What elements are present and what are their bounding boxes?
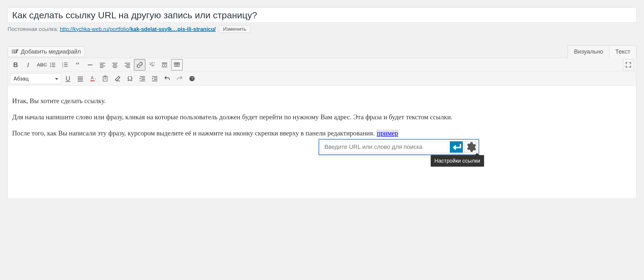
paste-text-button[interactable]: T [100, 73, 111, 84]
svg-rect-23 [113, 67, 117, 68]
editor-content[interactable]: Итак, Вы хотите сделать ссылку. Для нача… [8, 86, 636, 198]
align-right-button[interactable] [122, 59, 133, 71]
unlink-icon [149, 61, 156, 68]
svg-text:T: T [104, 77, 106, 80]
svg-rect-48 [90, 80, 94, 81]
help-button[interactable]: ? [186, 73, 198, 84]
italic-button[interactable]: I [22, 59, 34, 71]
fullscreen-icon [625, 61, 632, 68]
special-character-button[interactable]: Ω [124, 73, 136, 84]
permalink-url[interactable]: http://kychka-web.ru/portfolio/kak-sdela… [60, 26, 216, 32]
svg-rect-21 [113, 64, 117, 65]
svg-rect-46 [78, 81, 83, 82]
align-left-icon [99, 61, 106, 68]
editor-toolbar: B I ABC 123 “ [8, 58, 636, 86]
svg-rect-12 [64, 64, 68, 65]
svg-rect-30 [162, 65, 163, 66]
indent-icon [151, 75, 158, 82]
toolbar-toggle-button[interactable] [171, 59, 183, 71]
content-paragraph: После того, как Вы написали эту фразу, к… [12, 129, 632, 138]
example-link[interactable]: пример [376, 130, 399, 137]
svg-rect-14 [64, 66, 68, 66]
insert-link-button[interactable] [134, 59, 145, 71]
remove-link-button[interactable] [146, 59, 158, 71]
svg-rect-55 [140, 81, 145, 81]
gear-icon [465, 141, 477, 153]
link-icon [136, 61, 143, 68]
undo-button[interactable] [162, 73, 173, 84]
strikethrough-button[interactable]: ABC [35, 59, 46, 71]
redo-icon [176, 75, 183, 82]
apply-link-button[interactable] [450, 141, 463, 153]
help-icon: ? [189, 75, 196, 82]
eraser-icon [114, 75, 121, 82]
add-media-button[interactable]: Добавить медиафайл [8, 46, 85, 57]
svg-rect-43 [78, 76, 83, 77]
numbered-list-button[interactable]: 123 [60, 59, 71, 71]
svg-rect-37 [177, 63, 178, 64]
content-paragraph: Для начала напишите слово или фразу, кли… [12, 113, 632, 122]
svg-rect-39 [174, 66, 175, 66]
fullscreen-button[interactable] [623, 59, 634, 71]
svg-rect-36 [176, 63, 177, 64]
edit-permalink-button[interactable]: Изменить [219, 25, 250, 33]
blockquote-button[interactable]: “ [72, 59, 83, 71]
svg-rect-53 [142, 78, 145, 78]
format-select[interactable]: Абзац [10, 73, 61, 84]
svg-rect-16 [100, 63, 105, 63]
text-color-button[interactable]: A [87, 73, 98, 84]
redo-button[interactable] [174, 73, 185, 84]
outdent-button[interactable] [137, 73, 148, 84]
underline-button[interactable]: U [62, 73, 74, 84]
svg-rect-59 [152, 81, 157, 81]
editor-wrap: B I ABC 123 “ [8, 58, 636, 199]
indent-button[interactable] [149, 73, 160, 84]
svg-rect-0 [12, 50, 16, 53]
align-center-icon [111, 61, 118, 68]
tab-text[interactable]: Текст [609, 45, 636, 58]
tab-visual[interactable]: Визуально [568, 45, 609, 58]
clear-formatting-button[interactable] [112, 73, 123, 84]
svg-rect-56 [152, 76, 157, 77]
svg-rect-33 [162, 67, 167, 67]
align-left-button[interactable] [97, 59, 108, 71]
horizontal-rule-button[interactable] [84, 59, 96, 71]
svg-rect-10 [64, 62, 68, 63]
link-inline-popup [319, 139, 479, 155]
undo-icon [164, 75, 171, 82]
svg-rect-15 [88, 65, 92, 65]
svg-rect-40 [176, 66, 177, 66]
svg-rect-29 [162, 64, 167, 64]
link-settings-button[interactable] [464, 141, 477, 153]
svg-rect-35 [175, 63, 176, 64]
link-url-input[interactable] [321, 141, 448, 153]
svg-rect-28 [162, 62, 167, 63]
svg-rect-18 [100, 66, 105, 66]
svg-rect-41 [177, 66, 178, 66]
post-title-input[interactable] [8, 8, 636, 23]
svg-rect-8 [52, 66, 55, 67]
align-center-button[interactable] [109, 59, 121, 71]
svg-rect-42 [179, 66, 180, 66]
camera-music-icon [12, 48, 19, 55]
svg-rect-31 [164, 65, 165, 66]
bullet-list-icon [49, 61, 56, 68]
svg-rect-6 [52, 65, 55, 65]
svg-text:?: ? [191, 76, 193, 81]
hr-icon [87, 61, 94, 68]
svg-point-1 [13, 51, 15, 52]
svg-rect-19 [100, 67, 103, 68]
svg-rect-26 [125, 66, 130, 66]
justify-button[interactable] [75, 73, 86, 84]
bullet-list-button[interactable] [47, 59, 59, 71]
svg-rect-32 [166, 65, 167, 66]
link-settings-tooltip: Настройки ссылки [431, 155, 484, 167]
svg-rect-44 [78, 78, 83, 79]
svg-point-7 [50, 66, 51, 67]
svg-rect-38 [178, 63, 179, 64]
insert-more-button[interactable] [159, 59, 170, 71]
align-right-icon [124, 61, 131, 68]
justify-icon [77, 75, 84, 82]
svg-rect-4 [52, 63, 55, 63]
bold-button[interactable]: B [10, 59, 21, 71]
